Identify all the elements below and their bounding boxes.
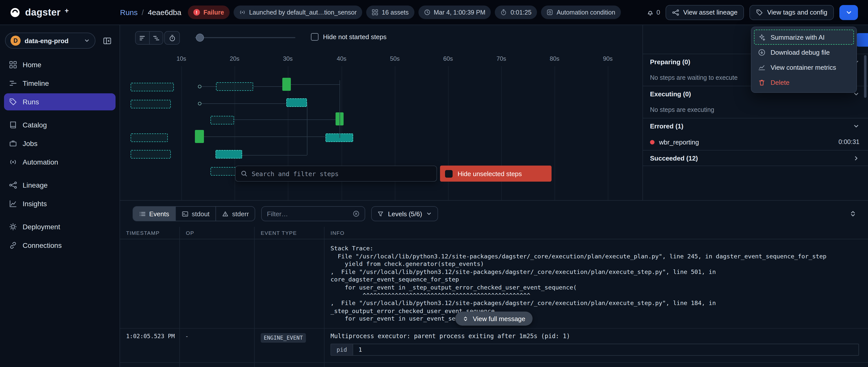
stack-trace: Stack Trace: File "/usr/local/lib/python… [324,239,868,328]
link-icon [9,241,17,249]
metrics-chart-icon [758,63,766,71]
chevron-down-icon [84,38,90,44]
gantt-section: Hide not started steps 10s 20s 30s 40s 5… [120,25,643,200]
panel-resize-button[interactable] [849,210,857,218]
chevron-down-icon [845,9,852,16]
gantt-vline [340,80,340,138]
gantt-queued[interactable] [131,100,171,108]
sidebar-item-catalog[interactable]: Catalog [4,116,116,133]
gantt-queued[interactable] [131,133,168,142]
timestamp-cell: 1:02:05.596 PM [120,363,180,367]
stopwatch-icon [168,34,176,41]
view-asset-lineage-button[interactable]: View asset lineage [665,5,744,20]
sidebar-item-insights[interactable]: Insights [4,195,116,212]
menu-item-container-metrics[interactable]: View container metrics [754,60,854,75]
error-status-dot [650,140,654,144]
hide-unselected-checkbox[interactable] [445,170,453,177]
clear-filter-icon[interactable] [353,210,360,217]
time-tick: 80s [550,55,560,62]
gantt-zoom-slider[interactable] [195,32,296,44]
hide-not-started-control[interactable]: Hide not started steps [311,33,386,41]
gantt-running[interactable] [216,150,242,159]
workspace-selector[interactable]: D data-eng-prod [5,33,95,49]
panel-collapse-icon [103,36,111,45]
time-tick: 60s [443,55,453,62]
launched-by-badge: Launched by default_aut…tion_sensor [234,5,362,19]
menu-item-summarize-ai[interactable]: Summarize with AI [754,30,854,45]
logo-plus: + [65,6,68,14]
sidebar-collapse-button[interactable] [99,33,115,48]
gantt-queued[interactable] [131,83,174,91]
run-actions-menu-button[interactable] [839,5,858,20]
menu-item-download-debug[interactable]: Download debug file [754,45,854,60]
section-succeeded[interactable]: Succeeded (12) [643,150,868,166]
gantt-running[interactable] [286,98,307,107]
gantt-dot [198,85,202,88]
tab-events[interactable]: Events [133,207,175,221]
log-toolbar: Events stdout stderr Levels (5/6) [120,201,868,227]
gantt-success[interactable] [195,130,204,143]
log-filter-input[interactable] [267,210,349,218]
sidebar-item-home[interactable]: Home [4,56,116,73]
dagster-run-page: dagster + Runs / 4eae6dba ! Failure Laun… [0,0,868,367]
sidebar-item-connections[interactable]: Connections [4,237,116,254]
view-tags-config-button[interactable]: View tags and config [750,5,834,20]
slider-handle[interactable] [196,34,204,42]
gantt-queued[interactable] [211,167,238,176]
tab-stdout[interactable]: stdout [175,207,216,221]
sidebar-item-automation[interactable]: Automation [4,154,116,171]
log-row-engine-event: 1:02:05.523 PM - ENGINE_EVENT Multiproce… [120,329,868,363]
event-metadata-table: pid 1 [331,344,859,356]
levels-dropdown[interactable]: Levels (5/6) [371,206,438,221]
timestamp-cell [120,239,180,328]
menu-item-delete[interactable]: Delete [754,75,854,90]
gantt-queued[interactable] [211,116,234,125]
assets-count-badge: 16 assets [366,5,414,19]
gantt-dot [198,102,202,105]
tab-stderr[interactable]: stderr [216,207,255,221]
notifications-bell[interactable]: 0 [647,8,660,16]
gantt-queued[interactable] [216,82,253,91]
sidebar-nav: Home Timeline Runs Catalog Jobs Automa [0,53,120,258]
step-name[interactable]: wbr_reporting [659,138,699,146]
timestamp-cell: 1:02:05.523 PM [120,329,180,362]
time-tick: 30s [283,55,293,62]
gantt-hline [253,86,282,87]
start-time-badge: Mar 4, 1:00:39 PM [418,5,491,19]
gantt-running[interactable] [326,133,353,142]
catalog-icon [9,121,17,129]
gantt-waterfall-view-button[interactable] [149,32,163,44]
gantt-search-input[interactable] [252,170,432,177]
breadcrumb-run-id: 4eae6dba [148,8,181,16]
gantt-queued[interactable] [131,150,171,159]
gantt-timing-toggle-button[interactable] [164,31,180,45]
sidebar-item-runs[interactable]: Runs [4,93,116,110]
jobs-icon [9,139,17,147]
column-timestamp: TIMESTAMP [120,227,180,239]
clock-icon [424,9,430,15]
breadcrumb-runs-link[interactable]: Runs [120,8,137,16]
gantt-success[interactable] [282,78,291,91]
view-full-message-button[interactable]: View full message [455,311,532,326]
op-cell: - [180,329,255,362]
panel-scrollbar[interactable] [864,55,867,98]
sidebar-item-timeline[interactable]: Timeline [4,75,116,92]
gantt-flat-view-button[interactable] [135,32,149,44]
assets-grid-icon [372,9,378,15]
event-type-cell [255,239,324,328]
sidebar-item-deployment[interactable]: Deployment [4,218,116,235]
waterfall-view-icon [153,34,160,41]
errored-step-row[interactable]: wbr_reporting 0:00:31 [643,134,868,150]
time-tick: 70s [497,55,506,62]
hide-not-started-checkbox[interactable] [311,33,318,41]
breadcrumb: Runs / 4eae6dba [120,8,181,16]
automation-icon [547,9,553,15]
sidebar-item-jobs[interactable]: Jobs [4,135,116,152]
dagster-logo: dagster + [0,6,120,18]
hide-unselected-steps-control[interactable]: Hide unselected steps [440,166,552,181]
section-errored[interactable]: Errored (1) [643,118,868,134]
op-cell [180,239,255,328]
workspace-name: data-eng-prod [25,37,68,44]
sidebar-item-lineage[interactable]: Lineage [4,177,116,194]
executing-empty-text: No steps are executing [643,102,868,118]
